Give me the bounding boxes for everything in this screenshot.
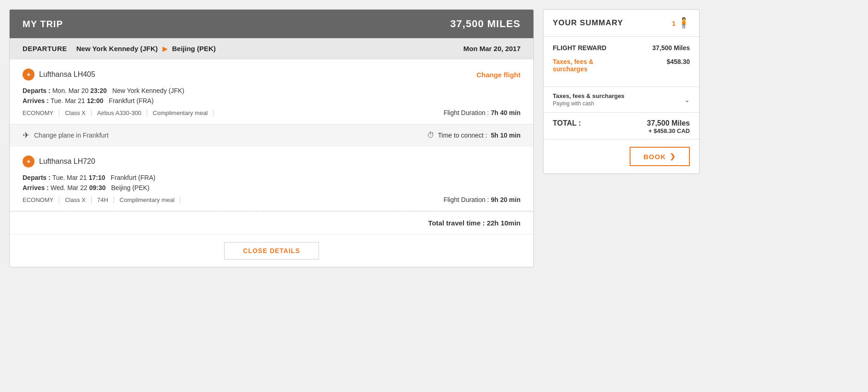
lufthansa-logo-2: ✈	[23, 156, 35, 167]
departs-time-1: 23:20	[90, 87, 107, 94]
lufthansa-logo-1: ✈	[23, 69, 35, 81]
taxes-section: Taxes, fees & surcharges Paying with cas…	[544, 86, 699, 113]
flight-1-logo-name: ✈ Lufthansa LH405	[23, 69, 95, 81]
departs-airport-2: Frankfurt (FRA)	[110, 174, 155, 181]
summary-title: YOUR SUMMARY	[553, 18, 623, 28]
flight-2-meal: Complimentary meal	[114, 196, 180, 203]
flight-segment-1: ✈ Lufthansa LH405 Change flight Departs …	[10, 59, 533, 124]
close-details-button[interactable]: CLOSE DETAILS	[224, 242, 319, 259]
taxes-section-title: Taxes, fees & surcharges	[553, 92, 625, 99]
arrives-airport-2: Beijing (PEK)	[111, 184, 150, 191]
book-button[interactable]: BOOK ❯	[630, 147, 690, 166]
arrives-day-2: Wed. Mar 22	[51, 184, 87, 191]
summary-body: FLIGHT REWARD 37,500 Miles Taxes, fees &…	[544, 37, 699, 86]
arrives-day-1: Tue. Mar 21	[51, 97, 85, 104]
flight-2-info-bar: ECONOMY Class X 74H Complimentary meal F…	[23, 196, 521, 203]
total-travel-bar: Total travel time : 22h 10min	[10, 211, 533, 234]
chevron-down-icon[interactable]: ⌄	[684, 96, 690, 104]
departs-airport-1: New York Kennedy (JFK)	[112, 87, 184, 94]
summary-header: YOUR SUMMARY 1 🧍	[544, 10, 699, 37]
change-flight-button-1[interactable]: Change flight	[476, 71, 521, 79]
taxes-section-header: Taxes, fees & surcharges Paying with cas…	[553, 92, 690, 107]
passenger-info: 1 🧍	[672, 17, 690, 29]
flight-1-duration: Flight Duration : 7h 40 min	[444, 109, 521, 116]
trip-header: MY TRIP 37,500 MILES	[10, 10, 533, 38]
connect-time-value: 5h 10 min	[491, 132, 521, 139]
flight-2-name: Lufthansa LH720	[39, 157, 95, 166]
taxes-label-1: Taxes, fees &	[553, 58, 593, 65]
arrives-time-2: 09:30	[89, 184, 106, 191]
flight-1-departs-row: Departs : Mon. Mar 20 23:20 New York Ken…	[23, 87, 521, 94]
plane-takeoff-icon: ✈	[23, 130, 29, 140]
trip-miles: 37,500 MILES	[450, 18, 521, 30]
flight-1-aircraft: Airbus A330-300	[92, 110, 147, 116]
taxes-label-group: Taxes, fees & surcharges	[553, 58, 593, 73]
flight-reward-label: FLIGHT REWARD	[553, 44, 607, 52]
departs-label-2: Departs :	[23, 174, 51, 181]
total-travel-value: 22h 10min	[487, 219, 521, 227]
route-arrow-icon: ▶	[162, 45, 168, 52]
flight-1-class-type: ECONOMY	[23, 110, 59, 116]
departs-day-2: Tue. Mar 21	[52, 174, 87, 181]
taxes-value: $458.30	[666, 58, 690, 65]
book-section: BOOK ❯	[544, 139, 699, 173]
flight-2-details: Departs : Tue. Mar 21 17:10 Frankfurt (F…	[23, 174, 521, 191]
summary-panel: YOUR SUMMARY 1 🧍 FLIGHT REWARD 37,500 Mi…	[543, 9, 700, 174]
flight-2-header: ✈ Lufthansa LH720	[23, 156, 521, 167]
flight-reward-row: FLIGHT REWARD 37,500 Miles	[553, 44, 690, 52]
total-value: 37,500 Miles + $458.30 CAD	[647, 119, 690, 134]
flight-1-info-bar: ECONOMY Class X Airbus A330-300 Complime…	[23, 109, 521, 116]
total-travel-label: Total travel time :	[428, 219, 485, 227]
taxes-label-2: surcharges	[553, 65, 593, 73]
departure-bar: DEPARTURE New York Kennedy (JFK) ▶ Beiji…	[10, 38, 533, 59]
flight-1-arrives-row: Arrives : Tue. Mar 21 12:00 Frankfurt (F…	[23, 97, 521, 104]
total-cash: + $458.30 CAD	[647, 127, 690, 134]
departure-route: New York Kennedy (JFK) ▶ Beijing (PEK)	[76, 45, 216, 52]
close-details-bar: CLOSE DETAILS	[10, 234, 533, 267]
taxes-section-subtitle: Paying with cash	[553, 100, 625, 107]
person-icon: 🧍	[677, 17, 690, 29]
connection-bar: ✈ Change plane in Frankfurt ⏱ Time to co…	[10, 124, 533, 146]
arrives-airport-1: Frankfurt (FRA)	[109, 97, 154, 104]
flight-2-duration: Flight Duration : 9h 20 min	[444, 196, 521, 203]
flight-2-aircraft: 74H	[92, 196, 114, 203]
destination-airport: Beijing (PEK)	[172, 45, 216, 52]
arrives-label-2: Arrives :	[23, 184, 49, 191]
flight-2-class-code: Class X	[59, 196, 92, 203]
flight-2-class-type: ECONOMY	[23, 196, 59, 203]
arrives-time-1: 12:00	[87, 97, 104, 104]
clock-icon: ⏱	[427, 131, 434, 139]
passenger-count: 1	[672, 19, 676, 27]
arrives-label-1: Arrives :	[23, 97, 49, 104]
departure-label: DEPARTURE	[23, 45, 67, 52]
departs-time-2: 17:10	[89, 174, 105, 181]
flight-2-departs-row: Departs : Tue. Mar 21 17:10 Frankfurt (F…	[23, 174, 521, 181]
taxes-row: Taxes, fees & surcharges $458.30	[553, 58, 690, 73]
taxes-section-info: Taxes, fees & surcharges Paying with cas…	[553, 92, 625, 107]
main-trip-panel: MY TRIP 37,500 MILES DEPARTURE New York …	[9, 9, 534, 267]
total-section: TOTAL : 37,500 Miles + $458.30 CAD	[544, 113, 699, 139]
flight-segment-2: ✈ Lufthansa LH720 Departs : Tue. Mar 21 …	[10, 146, 533, 211]
flight-2-arrives-row: Arrives : Wed. Mar 22 09:30 Beijing (PEK…	[23, 184, 521, 191]
connect-time-label: Time to connect :	[438, 132, 487, 139]
change-plane-info: ✈ Change plane in Frankfurt	[23, 130, 109, 140]
flight-reward-value: 37,500 Miles	[652, 44, 690, 52]
change-plane-label: Change plane in Frankfurt	[34, 132, 109, 139]
connect-time-info: ⏱ Time to connect : 5h 10 min	[427, 131, 521, 139]
total-miles: 37,500 Miles	[647, 119, 690, 127]
flight-1-header: ✈ Lufthansa LH405 Change flight	[23, 69, 521, 81]
departs-label-1: Departs :	[23, 87, 51, 94]
total-row: TOTAL : 37,500 Miles + $458.30 CAD	[553, 119, 690, 134]
flight-1-details: Departs : Mon. Mar 20 23:20 New York Ken…	[23, 87, 521, 104]
flight-1-name: Lufthansa LH405	[39, 70, 95, 79]
trip-title: MY TRIP	[23, 19, 63, 29]
flight-1-class-code: Class X	[59, 110, 92, 116]
departure-date: Mon Mar 20, 2017	[463, 45, 521, 52]
total-label: TOTAL :	[553, 119, 581, 127]
origin-airport: New York Kennedy (JFK)	[76, 45, 158, 52]
book-arrow-icon: ❯	[670, 152, 676, 161]
flight-1-meal: Complimentary meal	[147, 110, 214, 116]
departs-day-1: Mon. Mar 20	[52, 87, 89, 94]
flight-2-logo-name: ✈ Lufthansa LH720	[23, 156, 95, 167]
